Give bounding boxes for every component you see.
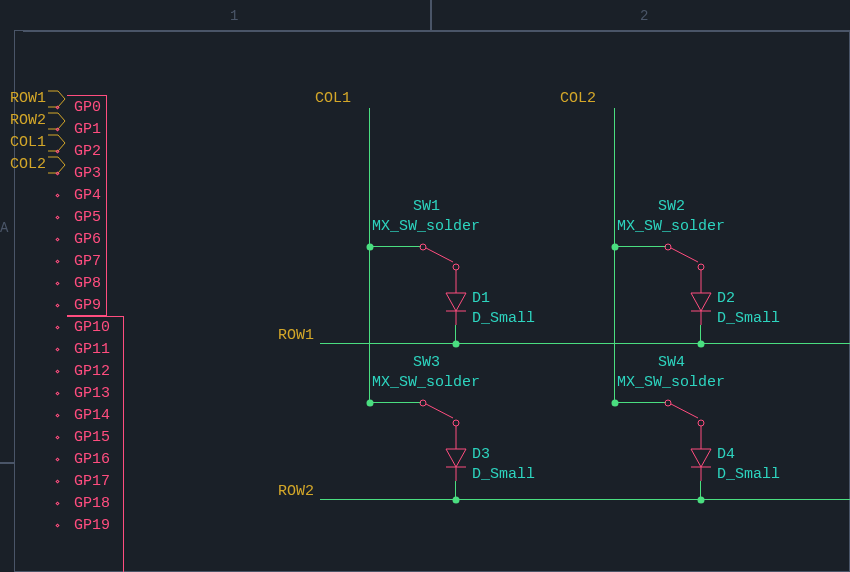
switch-sw1 — [420, 235, 470, 285]
ref-d2: D2 — [717, 290, 735, 307]
svg-point-17 — [453, 420, 459, 426]
grid-row-a: A — [0, 220, 8, 236]
val-sw3: MX_SW_solder — [372, 374, 480, 391]
ref-sw3: SW3 — [413, 354, 440, 371]
val-sw2: MX_SW_solder — [617, 218, 725, 235]
schematic-canvas[interactable]: 1 2 A ROW1 ROW2 COL1 COL2 GP0 GP1 GP2 GP… — [0, 0, 850, 572]
svg-line-10 — [671, 248, 698, 262]
diode-d2 — [685, 283, 717, 325]
diode-d3 — [440, 439, 472, 481]
svg-marker-21 — [446, 449, 466, 467]
svg-point-0 — [420, 244, 426, 250]
mcu-body-bottom — [67, 316, 124, 572]
switch-sw2 — [665, 235, 715, 285]
junction-c1-sw3 — [367, 400, 374, 407]
val-d2: D_Small — [717, 310, 780, 327]
mcu-body-top — [67, 95, 107, 316]
val-sw1: MX_SW_solder — [372, 218, 480, 235]
svg-line-26 — [671, 404, 698, 418]
switch-sw3 — [420, 391, 470, 441]
ref-sw1: SW1 — [413, 198, 440, 215]
svg-point-8 — [665, 244, 671, 250]
netlabel-col1-top: COL1 — [315, 90, 351, 107]
junction-r1-d2 — [698, 341, 705, 348]
wire-row2 — [320, 499, 850, 500]
junction-c2-sw4 — [612, 400, 619, 407]
diode-d1 — [440, 283, 472, 325]
diode-d4 — [685, 439, 717, 481]
ref-sw2: SW2 — [658, 198, 685, 215]
netlabel-row1-left: ROW1 — [278, 327, 314, 344]
svg-line-2 — [426, 248, 453, 262]
svg-marker-13 — [691, 293, 711, 311]
grid-row-divider — [0, 462, 14, 464]
ref-d3: D3 — [472, 446, 490, 463]
ref-sw4: SW4 — [658, 354, 685, 371]
val-d4: D_Small — [717, 466, 780, 483]
netlabel-col2-top: COL2 — [560, 90, 596, 107]
switch-sw4 — [665, 391, 715, 441]
svg-line-18 — [426, 404, 453, 418]
netlabel-row1: ROW1 — [10, 90, 46, 107]
junction-c1-sw1 — [367, 244, 374, 251]
junction-r1-d1 — [453, 341, 460, 348]
val-d1: D_Small — [472, 310, 535, 327]
junction-r2-d4 — [698, 497, 705, 504]
ref-d4: D4 — [717, 446, 735, 463]
wire-sw4-in — [614, 402, 666, 403]
junction-r2-d3 — [453, 497, 460, 504]
svg-marker-5 — [446, 293, 466, 311]
wire-col2 — [614, 108, 615, 403]
grid-col-1: 1 — [230, 8, 238, 24]
netlabel-row2: ROW2 — [10, 112, 46, 129]
sheet-border-inner — [23, 30, 850, 32]
wire-col1 — [369, 108, 370, 403]
svg-point-24 — [665, 400, 671, 406]
netlabel-col1: COL1 — [10, 134, 46, 151]
svg-point-25 — [698, 420, 704, 426]
wire-sw1-in — [369, 246, 421, 247]
svg-point-1 — [453, 264, 459, 270]
svg-point-9 — [698, 264, 704, 270]
netlabel-row2-left: ROW2 — [278, 483, 314, 500]
grid-col-divider — [430, 0, 432, 30]
wire-sw3-in — [369, 402, 421, 403]
val-sw4: MX_SW_solder — [617, 374, 725, 391]
netlabel-col2: COL2 — [10, 156, 46, 173]
svg-marker-29 — [691, 449, 711, 467]
junction-c2-sw2 — [612, 244, 619, 251]
grid-col-2: 2 — [640, 8, 648, 24]
svg-point-16 — [420, 400, 426, 406]
wire-row1 — [320, 343, 850, 344]
wire-sw2-in — [614, 246, 666, 247]
val-d3: D_Small — [472, 466, 535, 483]
ref-d1: D1 — [472, 290, 490, 307]
